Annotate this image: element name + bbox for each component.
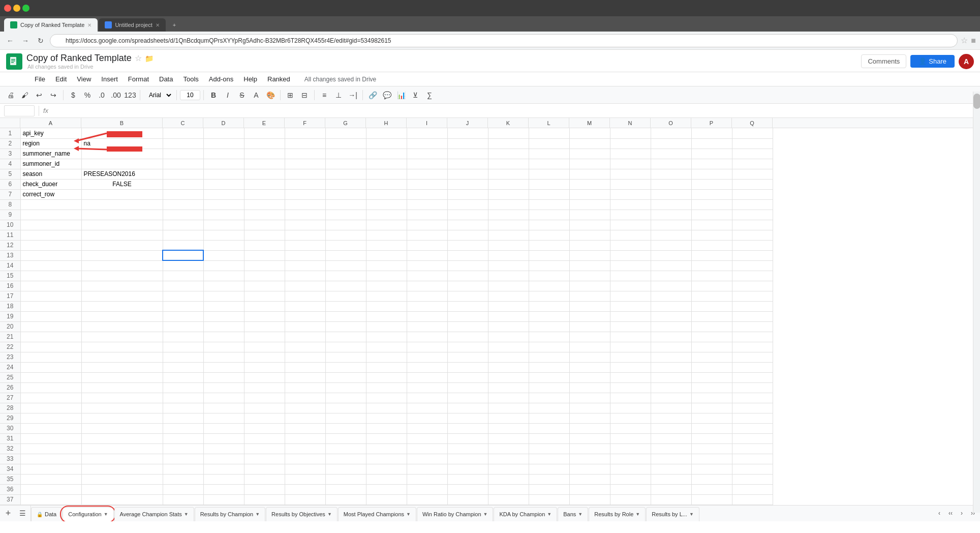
cell-a16[interactable] bbox=[20, 281, 81, 291]
cell-q17[interactable] bbox=[732, 291, 773, 301]
cell-n24[interactable] bbox=[610, 362, 651, 372]
tab-dropdown-arrow-kda_champ[interactable]: ▼ bbox=[547, 512, 552, 517]
cell-l36[interactable] bbox=[529, 484, 569, 494]
cell-e16[interactable] bbox=[244, 281, 285, 291]
cell-g32[interactable] bbox=[325, 443, 366, 454]
cell-i5[interactable] bbox=[407, 169, 447, 179]
cell-a37[interactable] bbox=[20, 494, 81, 505]
cell-n36[interactable] bbox=[610, 484, 651, 494]
cell-h30[interactable] bbox=[366, 423, 407, 433]
cell-p26[interactable] bbox=[691, 382, 732, 393]
cell-l37[interactable] bbox=[529, 494, 569, 505]
folder-icon[interactable]: 📁 bbox=[145, 54, 154, 63]
cell-h14[interactable] bbox=[366, 260, 407, 271]
cell-m28[interactable] bbox=[569, 403, 610, 413]
cell-a26[interactable] bbox=[20, 382, 81, 393]
cell-n4[interactable] bbox=[610, 159, 651, 169]
cell-c22[interactable] bbox=[163, 342, 203, 352]
cell-a2[interactable]: region bbox=[20, 138, 81, 149]
cell-e19[interactable] bbox=[244, 311, 285, 321]
cell-d19[interactable] bbox=[203, 311, 244, 321]
cell-e35[interactable] bbox=[244, 474, 285, 484]
cell-c27[interactable] bbox=[163, 393, 203, 403]
cell-k7[interactable] bbox=[488, 189, 529, 199]
cell-b31[interactable] bbox=[81, 433, 163, 443]
cell-d4[interactable] bbox=[203, 159, 244, 169]
cell-e27[interactable] bbox=[244, 393, 285, 403]
cell-f9[interactable] bbox=[285, 210, 325, 220]
cell-o16[interactable] bbox=[651, 281, 691, 291]
tab-dropdown-arrow-configuration[interactable]: ▼ bbox=[104, 512, 108, 517]
cell-e36[interactable] bbox=[244, 484, 285, 494]
cell-p19[interactable] bbox=[691, 311, 732, 321]
cell-n18[interactable] bbox=[610, 301, 651, 311]
cell-o3[interactable] bbox=[651, 149, 691, 159]
cell-i17[interactable] bbox=[407, 291, 447, 301]
cell-e29[interactable] bbox=[244, 413, 285, 423]
extension-icon[interactable]: ■ bbox=[971, 36, 976, 45]
cell-e17[interactable] bbox=[244, 291, 285, 301]
cell-p3[interactable] bbox=[691, 149, 732, 159]
cell-o36[interactable] bbox=[651, 484, 691, 494]
cell-d13[interactable] bbox=[203, 250, 244, 260]
cell-f21[interactable] bbox=[285, 332, 325, 342]
cell-l6[interactable] bbox=[529, 179, 569, 189]
cell-j9[interactable] bbox=[447, 210, 488, 220]
cell-a33[interactable] bbox=[20, 454, 81, 464]
cell-l15[interactable] bbox=[529, 271, 569, 281]
cell-p37[interactable] bbox=[691, 494, 732, 505]
cell-l3[interactable] bbox=[529, 149, 569, 159]
cell-m4[interactable] bbox=[569, 159, 610, 169]
cell-o8[interactable] bbox=[651, 199, 691, 210]
menu-data[interactable]: Data bbox=[155, 73, 177, 85]
cell-g34[interactable] bbox=[325, 464, 366, 474]
cell-l5[interactable] bbox=[529, 169, 569, 179]
cell-q21[interactable] bbox=[732, 332, 773, 342]
cell-l23[interactable] bbox=[529, 352, 569, 362]
cell-o22[interactable] bbox=[651, 342, 691, 352]
cell-c31[interactable] bbox=[163, 433, 203, 443]
cell-p28[interactable] bbox=[691, 403, 732, 413]
cell-q24[interactable] bbox=[732, 362, 773, 372]
cell-f13[interactable] bbox=[285, 250, 325, 260]
cell-h22[interactable] bbox=[366, 342, 407, 352]
cell-a9[interactable] bbox=[20, 210, 81, 220]
merge-button[interactable]: ⊟ bbox=[298, 88, 311, 102]
cell-e28[interactable] bbox=[244, 403, 285, 413]
forward-button[interactable]: → bbox=[19, 35, 32, 47]
cell-i29[interactable] bbox=[407, 413, 447, 423]
cell-e21[interactable] bbox=[244, 332, 285, 342]
cell-a19[interactable] bbox=[20, 311, 81, 321]
cell-i34[interactable] bbox=[407, 464, 447, 474]
cell-c20[interactable] bbox=[163, 321, 203, 332]
cell-d35[interactable] bbox=[203, 474, 244, 484]
cell-l35[interactable] bbox=[529, 474, 569, 484]
cell-g14[interactable] bbox=[325, 260, 366, 271]
cell-h10[interactable] bbox=[366, 220, 407, 230]
tabs-nav-left-button[interactable]: ‹ bbox=[934, 508, 944, 518]
cell-l9[interactable] bbox=[529, 210, 569, 220]
cell-a35[interactable] bbox=[20, 474, 81, 484]
cell-g18[interactable] bbox=[325, 301, 366, 311]
col-header-i[interactable]: I bbox=[407, 118, 447, 128]
cell-q29[interactable] bbox=[732, 413, 773, 423]
cell-j10[interactable] bbox=[447, 220, 488, 230]
cell-c6[interactable] bbox=[163, 179, 203, 189]
cell-i15[interactable] bbox=[407, 271, 447, 281]
cell-c1[interactable] bbox=[163, 128, 203, 138]
cell-c33[interactable] bbox=[163, 454, 203, 464]
cell-g21[interactable] bbox=[325, 332, 366, 342]
cell-d25[interactable] bbox=[203, 372, 244, 382]
cell-q4[interactable] bbox=[732, 159, 773, 169]
cell-l11[interactable] bbox=[529, 230, 569, 240]
cell-m18[interactable] bbox=[569, 301, 610, 311]
browser-tab-untitled[interactable]: Untitled project ✕ bbox=[99, 18, 165, 32]
cell-a18[interactable] bbox=[20, 301, 81, 311]
cell-n13[interactable] bbox=[610, 250, 651, 260]
cell-g5[interactable] bbox=[325, 169, 366, 179]
cell-k37[interactable] bbox=[488, 494, 529, 505]
cell-q2[interactable] bbox=[732, 138, 773, 149]
cell-b24[interactable] bbox=[81, 362, 163, 372]
col-header-h[interactable]: H bbox=[366, 118, 407, 128]
col-header-d[interactable]: D bbox=[203, 118, 244, 128]
